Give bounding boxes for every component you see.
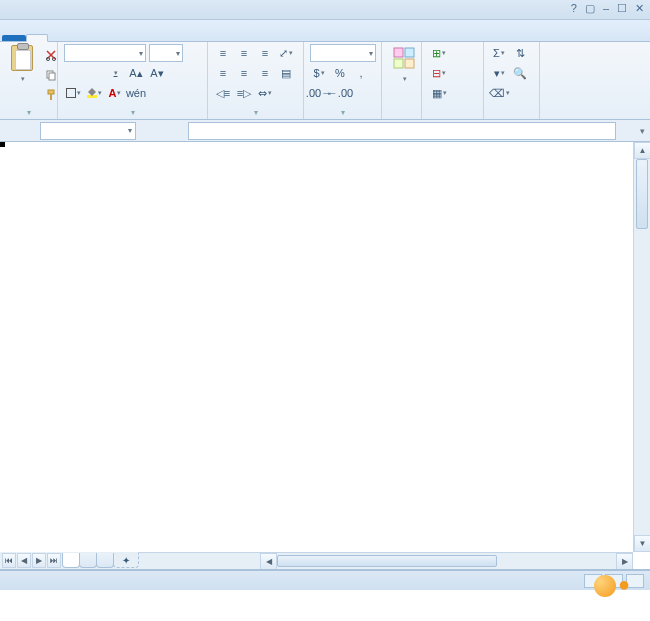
align-center-button[interactable]: ≡	[235, 64, 253, 82]
vertical-scroll-thumb[interactable]	[636, 159, 648, 229]
wrap-text-button[interactable]: ▤	[277, 64, 295, 82]
tab-home[interactable]	[26, 34, 48, 42]
decrease-decimal-button[interactable]: ←.00	[331, 84, 349, 102]
sheet-nav-next[interactable]: ▶	[32, 553, 46, 568]
tab-formulas[interactable]	[88, 35, 108, 41]
underline-button[interactable]	[106, 64, 124, 82]
svg-rect-9	[405, 48, 414, 57]
group-cells: ⊞ ⊟ ▦	[422, 42, 484, 119]
formula-input[interactable]	[188, 122, 616, 140]
fill-button[interactable]: ▾	[490, 64, 508, 82]
group-label-alignment[interactable]	[214, 106, 297, 119]
group-styles	[382, 42, 422, 119]
window-controls: ? ▢ – ☐ ✕	[571, 2, 644, 15]
align-middle-button[interactable]: ≡	[235, 44, 253, 62]
bold-button[interactable]	[64, 64, 82, 82]
group-font: A▴ A▾ A wén	[58, 42, 208, 119]
tab-insert[interactable]	[48, 35, 68, 41]
styles-button[interactable]	[388, 44, 420, 85]
format-cells-button[interactable]: ▦	[428, 84, 451, 102]
group-label-styles	[388, 106, 415, 119]
worksheet-area: ⏮ ◀ ▶ ⏭ ✦ ▲ ▼ ◀ ▶	[0, 142, 650, 570]
autosum-button[interactable]: Σ	[490, 44, 508, 62]
scroll-right-button[interactable]: ▶	[616, 553, 633, 570]
increase-font-button[interactable]: A▴	[127, 64, 145, 82]
sheet-tab-1[interactable]	[62, 553, 80, 568]
new-sheet-button[interactable]: ✦	[113, 553, 139, 568]
horizontal-scroll-thumb[interactable]	[277, 555, 497, 567]
sheet-nav-last[interactable]: ⏭	[47, 553, 61, 568]
sheet-tab-bar: ⏮ ◀ ▶ ⏭ ✦	[0, 552, 138, 569]
comma-button[interactable]: ,	[352, 64, 370, 82]
tab-file[interactable]	[2, 35, 26, 41]
fill-color-button[interactable]	[85, 84, 103, 102]
group-editing: Σ ⇅ ▾ 🔍 ⌫	[484, 42, 540, 119]
clipboard-icon	[11, 45, 33, 71]
svg-rect-11	[405, 59, 414, 68]
name-box[interactable]	[40, 122, 136, 140]
phonetic-button[interactable]: wén	[127, 84, 145, 102]
ribbon-minimize-icon[interactable]: ▢	[585, 2, 595, 15]
help-icon[interactable]: ?	[571, 2, 577, 15]
sheet-tab-3[interactable]	[96, 553, 114, 568]
ribbon: A▴ A▾ A wén ≡ ≡ ≡ ⤢ ≡ ≡ ≡ ▤	[0, 42, 650, 120]
scroll-down-button[interactable]: ▼	[634, 535, 650, 552]
sheet-nav-prev[interactable]: ◀	[17, 553, 31, 568]
tab-page-layout[interactable]	[68, 35, 88, 41]
percent-button[interactable]: %	[331, 64, 349, 82]
tab-data[interactable]	[108, 35, 128, 41]
find-select-button[interactable]: 🔍	[511, 64, 529, 82]
delete-cells-button[interactable]: ⊟	[428, 64, 450, 82]
number-format-combo[interactable]	[310, 44, 376, 62]
close-icon[interactable]: ✕	[635, 2, 644, 15]
group-label-font[interactable]	[64, 106, 201, 119]
align-bottom-button[interactable]: ≡	[256, 44, 274, 62]
font-name-combo[interactable]	[64, 44, 146, 62]
paste-button[interactable]	[6, 44, 38, 85]
merge-center-button[interactable]: ⇔	[256, 84, 274, 102]
group-label-clipboard[interactable]	[6, 106, 51, 119]
orientation-button[interactable]: ⤢	[277, 44, 295, 62]
group-clipboard	[0, 42, 58, 119]
normal-view-button[interactable]	[584, 574, 602, 588]
svg-rect-5	[50, 94, 52, 100]
fill-handle[interactable]	[0, 142, 5, 147]
minimize-icon[interactable]: –	[603, 2, 609, 15]
border-button[interactable]	[64, 84, 82, 102]
align-left-button[interactable]: ≡	[214, 64, 232, 82]
maximize-icon[interactable]: ☐	[617, 2, 627, 15]
italic-button[interactable]	[85, 64, 103, 82]
svg-rect-3	[49, 73, 55, 80]
tab-review[interactable]	[128, 35, 148, 41]
align-top-button[interactable]: ≡	[214, 44, 232, 62]
page-layout-view-button[interactable]	[605, 574, 623, 588]
insert-cells-button[interactable]: ⊞	[428, 44, 450, 62]
formula-expand-button[interactable]: ▾	[634, 126, 650, 136]
page-break-view-button[interactable]	[626, 574, 644, 588]
decrease-font-button[interactable]: A▾	[148, 64, 166, 82]
svg-rect-6	[66, 89, 75, 98]
increase-indent-button[interactable]: ≡▷	[235, 84, 253, 102]
scroll-up-button[interactable]: ▲	[634, 142, 650, 159]
accounting-format-button[interactable]: $	[310, 64, 328, 82]
scroll-left-button[interactable]: ◀	[260, 553, 277, 570]
clear-button[interactable]: ⌫	[490, 84, 508, 102]
group-label-number[interactable]	[310, 106, 375, 119]
font-size-combo[interactable]	[149, 44, 183, 62]
decrease-indent-button[interactable]: ◁≡	[214, 84, 232, 102]
sort-filter-button[interactable]: ⇅	[511, 44, 529, 62]
group-label-editing	[490, 106, 533, 119]
increase-decimal-button[interactable]: .00→	[310, 84, 328, 102]
sheet-tab-2[interactable]	[79, 553, 97, 568]
tab-view[interactable]	[148, 35, 168, 41]
svg-rect-10	[394, 59, 403, 68]
paste-label	[20, 72, 25, 83]
vertical-scrollbar[interactable]: ▲ ▼	[633, 142, 650, 552]
ribbon-tabs	[0, 20, 650, 42]
styles-label	[402, 72, 407, 83]
sheet-nav-first[interactable]: ⏮	[2, 553, 16, 568]
status-bar	[0, 570, 650, 590]
font-color-button[interactable]: A	[106, 84, 124, 102]
align-right-button[interactable]: ≡	[256, 64, 274, 82]
grid-scroll[interactable]	[0, 142, 633, 552]
